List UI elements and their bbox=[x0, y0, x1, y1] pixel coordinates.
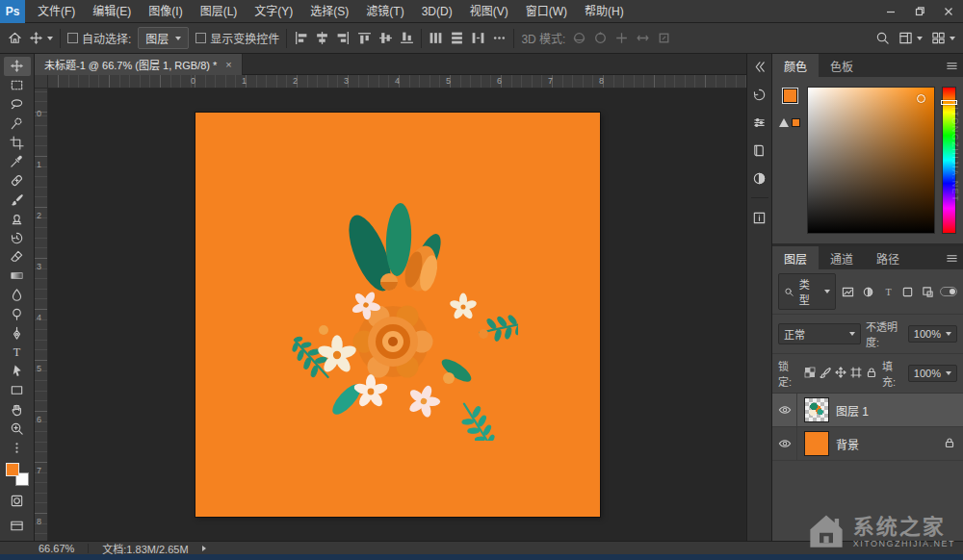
maximize-button[interactable] bbox=[905, 0, 934, 23]
search-icon[interactable] bbox=[875, 31, 890, 45]
document-tab[interactable]: 未标题-1 @ 66.7% (图层 1, RGB/8) * × bbox=[35, 54, 243, 75]
lasso-tool[interactable] bbox=[4, 95, 31, 115]
zoom-level[interactable]: 66.67% bbox=[39, 543, 74, 554]
blur-tool[interactable] bbox=[4, 286, 31, 305]
quick-selection-tool[interactable] bbox=[4, 114, 31, 133]
align-right-icon[interactable] bbox=[336, 31, 351, 45]
menu-item[interactable]: 帮助(H) bbox=[576, 0, 633, 23]
spot-healing-brush-tool[interactable] bbox=[4, 171, 31, 191]
more-options-icon[interactable] bbox=[492, 31, 507, 45]
3d-pan-icon[interactable] bbox=[614, 31, 629, 45]
lock-transparency-icon[interactable] bbox=[804, 367, 816, 381]
fill-value-dropdown[interactable]: 100% bbox=[908, 365, 957, 382]
gradient-tool[interactable] bbox=[4, 267, 31, 286]
history-brush-tool[interactable] bbox=[4, 228, 31, 247]
menu-item[interactable]: 3D(D) bbox=[413, 0, 461, 23]
menu-item[interactable]: 文字(Y) bbox=[246, 0, 301, 23]
eraser-tool[interactable] bbox=[4, 247, 31, 267]
move-tool-icon[interactable] bbox=[29, 31, 53, 45]
filter-smart-objects-icon[interactable] bbox=[921, 284, 936, 299]
filter-shape-layers-icon[interactable] bbox=[900, 284, 916, 299]
workspace-switcher-icon[interactable] bbox=[898, 31, 923, 45]
opacity-value-dropdown[interactable]: 100% bbox=[908, 325, 957, 343]
menu-item[interactable]: 视图(V) bbox=[461, 0, 517, 23]
gamut-warning[interactable] bbox=[779, 118, 800, 127]
status-expand-icon[interactable] bbox=[202, 546, 206, 551]
menu-item[interactable]: 窗口(W) bbox=[517, 0, 576, 23]
dodge-tool[interactable] bbox=[4, 304, 31, 323]
libraries-icon[interactable] bbox=[751, 141, 768, 159]
pen-tool[interactable] bbox=[4, 323, 31, 343]
filter-type-dropdown[interactable]: 类型 bbox=[778, 273, 836, 310]
filter-pixel-layers-icon[interactable] bbox=[841, 284, 856, 299]
layer-row-background[interactable]: 背景 bbox=[772, 427, 963, 461]
color-swatches[interactable] bbox=[6, 463, 29, 486]
hand-tool[interactable] bbox=[4, 399, 31, 419]
align-top-icon[interactable] bbox=[357, 31, 372, 45]
eyedropper-tool[interactable] bbox=[4, 152, 31, 171]
visibility-eye-icon[interactable] bbox=[772, 394, 797, 426]
rectangular-marquee-tool[interactable] bbox=[4, 76, 31, 95]
saturation-brightness-field[interactable] bbox=[807, 87, 935, 234]
layer-row-layer1[interactable]: 图层 1 bbox=[772, 394, 963, 427]
brush-tool[interactable] bbox=[4, 191, 31, 210]
align-center-h-icon[interactable] bbox=[315, 31, 329, 45]
menu-item[interactable]: 编辑(E) bbox=[84, 0, 140, 23]
lock-artboard-icon[interactable] bbox=[850, 367, 862, 381]
show-transform-checkbox[interactable]: 显示变换控件 bbox=[195, 30, 279, 46]
minimize-button[interactable] bbox=[876, 0, 905, 23]
quick-mask-icon[interactable] bbox=[4, 491, 31, 511]
menu-item[interactable]: 图像(I) bbox=[140, 0, 191, 23]
layer-name[interactable]: 图层 1 bbox=[836, 402, 869, 419]
auto-select-checkbox[interactable]: 自动选择: bbox=[67, 30, 131, 46]
align-left-icon[interactable] bbox=[294, 31, 308, 45]
tab-channels[interactable]: 通道 bbox=[819, 246, 865, 269]
menu-item[interactable]: 滤镜(T) bbox=[357, 0, 412, 23]
home-icon[interactable] bbox=[8, 31, 22, 45]
properties-icon[interactable] bbox=[751, 114, 768, 131]
3d-slide-icon[interactable] bbox=[636, 31, 650, 45]
history-icon[interactable] bbox=[751, 86, 768, 103]
edit-toolbar-icon[interactable] bbox=[4, 438, 31, 458]
zoom-tool[interactable] bbox=[4, 419, 31, 438]
3d-scale-icon[interactable] bbox=[657, 31, 671, 45]
visibility-eye-icon[interactable] bbox=[772, 427, 797, 460]
3d-roll-icon[interactable] bbox=[593, 31, 608, 45]
panel-menu-icon[interactable] bbox=[940, 54, 963, 77]
clone-stamp-tool[interactable] bbox=[4, 209, 31, 228]
foreground-color-swatch[interactable] bbox=[6, 463, 19, 476]
auto-select-target-dropdown[interactable]: 图层 bbox=[138, 27, 189, 49]
color-field-cursor[interactable] bbox=[917, 94, 925, 103]
path-selection-tool[interactable] bbox=[4, 362, 31, 381]
rectangle-tool[interactable] bbox=[4, 381, 31, 400]
menu-item[interactable]: 图层(L) bbox=[192, 0, 247, 23]
filter-toggle[interactable] bbox=[940, 287, 957, 296]
tab-layers[interactable]: 图层 bbox=[772, 246, 819, 269]
tool-preset-caret[interactable] bbox=[47, 37, 53, 40]
collapse-panels-icon[interactable] bbox=[751, 58, 768, 75]
distribute-spacing-icon[interactable] bbox=[471, 31, 485, 45]
move-tool[interactable] bbox=[4, 57, 31, 76]
layer-thumbnail[interactable] bbox=[804, 431, 829, 456]
screen-mode-icon[interactable] bbox=[4, 516, 31, 536]
blend-mode-dropdown[interactable]: 正常 bbox=[778, 323, 861, 344]
panel-menu-icon[interactable] bbox=[940, 246, 963, 269]
layer-name[interactable]: 背景 bbox=[836, 436, 859, 452]
distribute-horizontal-icon[interactable] bbox=[429, 31, 443, 45]
info-icon[interactable] bbox=[751, 209, 768, 226]
tab-color[interactable]: 颜色 bbox=[772, 54, 819, 77]
layer-thumbnail[interactable] bbox=[804, 397, 829, 422]
distribute-vertical-icon[interactable] bbox=[450, 31, 464, 45]
3d-orbit-icon[interactable] bbox=[572, 31, 586, 45]
tab-close-icon[interactable]: × bbox=[225, 59, 231, 70]
align-middle-v-icon[interactable] bbox=[378, 31, 393, 45]
align-bottom-icon[interactable] bbox=[400, 31, 414, 45]
horizontal-type-tool[interactable]: T bbox=[4, 343, 31, 362]
tab-swatches[interactable]: 色板 bbox=[819, 54, 865, 77]
active-color-swatch[interactable] bbox=[783, 89, 797, 103]
adjustments-icon[interactable] bbox=[751, 169, 768, 187]
lock-position-icon[interactable] bbox=[835, 367, 846, 381]
tab-paths[interactable]: 路径 bbox=[865, 246, 911, 269]
filter-type-layers-icon[interactable]: T bbox=[880, 284, 896, 299]
canvas[interactable] bbox=[195, 113, 600, 517]
